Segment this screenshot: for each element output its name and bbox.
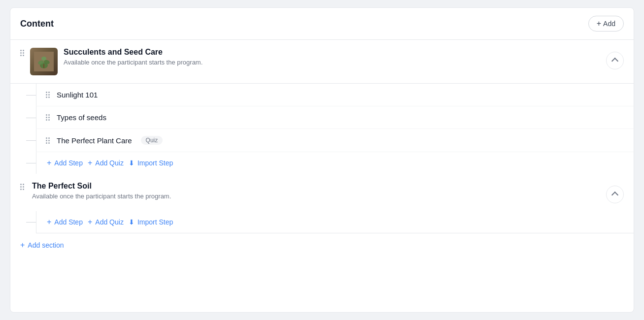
section-2-info: The Perfect Soil Available once the part… <box>30 182 600 200</box>
plus-icon: + <box>88 159 92 167</box>
add-quiz-button-s1[interactable]: + Add Quiz <box>88 159 124 167</box>
section-1-header-row: Succulents and Seed Care Available once … <box>10 40 634 84</box>
step-sunlight-101: Sunlight 101 <box>36 84 634 106</box>
import-icon: ⬇ <box>129 159 135 167</box>
add-section-row[interactable]: + Add section <box>10 233 634 257</box>
content-panel: Content + Add <box>10 7 634 313</box>
drag-dots-icon <box>20 184 24 190</box>
section-1-name: Succulents and Seed Care <box>64 48 600 57</box>
step-types-name: Types of seeds <box>57 113 106 122</box>
step-types-of-seeds: Types of seeds <box>36 106 634 129</box>
section-1-actions: + Add Step + Add Quiz ⬇ Import Step <box>36 152 634 174</box>
step-drag-handle[interactable] <box>46 114 50 121</box>
add-quiz-button-s2[interactable]: + Add Quiz <box>88 218 124 226</box>
section-2-drag-handle[interactable] <box>20 182 24 190</box>
page-title: Content <box>20 19 54 29</box>
import-step-button-s1[interactable]: ⬇ Import Step <box>129 159 173 167</box>
section-2: The Perfect Soil Available once the part… <box>10 174 634 233</box>
section-2-availability: Available once the participant starts th… <box>32 192 600 200</box>
step-perfect-plant-care: The Perfect Plant Care Quiz <box>36 129 634 152</box>
section-2-steps: + Add Step + Add Quiz ⬇ Import Step <box>10 211 634 233</box>
section-1-drag-handle[interactable] <box>20 48 24 56</box>
chevron-up-icon <box>611 58 618 64</box>
plus-icon: + <box>47 218 51 226</box>
section-1-collapse-button[interactable] <box>606 52 624 69</box>
svg-rect-4 <box>43 64 44 68</box>
section-1-steps: Sunlight 101 Types of seeds <box>10 84 634 174</box>
section-1-thumbnail <box>30 48 58 75</box>
add-step-button-s1[interactable]: + Add Step <box>47 159 83 167</box>
section-1-info: Succulents and Seed Care Available once … <box>64 48 600 66</box>
thumbnail-image <box>30 48 58 75</box>
step-drag-handle[interactable] <box>46 137 50 144</box>
step-perfect-plant-name: The Perfect Plant Care <box>57 136 132 145</box>
quiz-badge: Quiz <box>141 136 163 145</box>
content-header: Content + Add <box>10 8 634 40</box>
drag-dots-icon <box>20 50 24 56</box>
section-2-actions: + Add Step + Add Quiz ⬇ Import Step <box>36 211 634 233</box>
plus-icon: + <box>47 159 51 167</box>
import-step-button-s2[interactable]: ⬇ Import Step <box>129 218 173 226</box>
section-1-availability: Available once the participant starts th… <box>64 59 600 66</box>
step-drag-handle[interactable] <box>46 92 50 98</box>
add-step-button-s2[interactable]: + Add Step <box>47 218 83 226</box>
import-icon: ⬇ <box>129 218 135 226</box>
plus-icon: + <box>20 241 25 249</box>
section-2-name: The Perfect Soil <box>32 182 600 191</box>
section-2-header-row: The Perfect Soil Available once the part… <box>10 174 634 211</box>
chevron-up-icon <box>611 192 618 198</box>
plus-icon: + <box>597 19 601 28</box>
section-1: Succulents and Seed Care Available once … <box>10 40 634 174</box>
step-sunlight-name: Sunlight 101 <box>57 91 98 99</box>
section-2-collapse-button[interactable] <box>606 186 624 203</box>
plus-icon: + <box>88 218 92 226</box>
svg-point-5 <box>41 57 46 61</box>
add-button[interactable]: + Add <box>588 16 624 32</box>
